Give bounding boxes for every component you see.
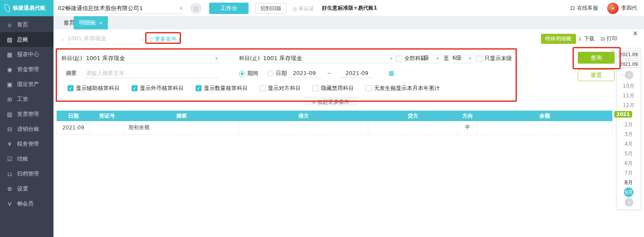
receipt-icon: ▧ bbox=[6, 111, 13, 118]
month-item-6月[interactable]: 6月 bbox=[617, 158, 640, 168]
month-item-4月[interactable]: 4月 bbox=[617, 139, 640, 149]
month-item-9月[interactable]: 9月 bbox=[617, 187, 640, 197]
month-item-2月[interactable]: 2月 bbox=[617, 120, 640, 129]
more-conditions-link[interactable]: ▽ 更多条件 ∧ bbox=[149, 36, 182, 43]
chevron-down-icon: ∨ bbox=[215, 55, 218, 61]
building-icon: ▣ bbox=[6, 81, 13, 88]
sidebar-item-report-center[interactable]: ▦报表中心 bbox=[0, 47, 53, 62]
filter-checkbox[interactable]: ✓显示外币核算科目 bbox=[132, 85, 184, 92]
query-button[interactable]: 查询 bbox=[578, 52, 615, 64]
summary-input[interactable] bbox=[85, 68, 219, 78]
checkbox-icon bbox=[366, 85, 372, 91]
month-label: 8月 bbox=[624, 179, 633, 187]
sidebar-item-home[interactable]: ⌂首页 bbox=[0, 17, 53, 32]
filter-checkbox-label: 无发生额显示本月本年累计 bbox=[374, 85, 440, 92]
month-item-10月[interactable]: 10月 bbox=[617, 81, 640, 91]
picker-period-to[interactable]: 2021.09 bbox=[619, 61, 639, 68]
month-label: 11月 bbox=[623, 92, 634, 100]
filter-checkbox-label: 显示辅助核算科目 bbox=[76, 85, 120, 92]
user-menu[interactable]: ★ 李四代 bbox=[607, 3, 637, 14]
month-item-3月[interactable]: 3月 bbox=[617, 129, 640, 139]
level-to-select[interactable]: 6级 ∨ bbox=[452, 54, 473, 63]
checkbox-checked-icon: ✓ bbox=[132, 85, 138, 91]
level-from-select[interactable]: 1级 ∨ bbox=[419, 54, 440, 63]
period-radio[interactable]: 期间 bbox=[239, 70, 258, 77]
sidebar-item-general-ledger[interactable]: ▤总账 bbox=[0, 32, 53, 47]
subject-from-value: 1001 库存现金 bbox=[86, 54, 125, 62]
sidebar-item-purchase-sales[interactable]: ⊟进销台账 bbox=[0, 122, 53, 136]
date-radio[interactable]: 日期 bbox=[267, 70, 287, 77]
report-icon: ▦ bbox=[6, 51, 13, 58]
panel-collapse-icon[interactable]: » bbox=[611, 48, 615, 54]
tab-close-icon[interactable]: × bbox=[99, 20, 103, 26]
year-badge: 2021 bbox=[614, 111, 632, 118]
month-item-8月[interactable]: 8月 bbox=[617, 178, 640, 187]
sidebar-item-tax[interactable]: ¥税务管理 bbox=[0, 136, 53, 151]
next-subject-arrow[interactable]: › bbox=[139, 36, 146, 43]
date-range-tilde: ~ bbox=[327, 70, 331, 76]
download-link[interactable]: ⇩ 下载 bbox=[578, 35, 594, 43]
sidebar-item-invoice[interactable]: ▧发票管理 bbox=[0, 107, 53, 122]
month-item-7月[interactable]: 7月 bbox=[617, 168, 640, 178]
filter-checkbox[interactable]: 隐藏禁用科目 bbox=[313, 85, 354, 92]
subject-from-select[interactable]: 1001 库存现金 ∨ bbox=[85, 54, 219, 63]
subject-to-select[interactable]: 1001 库存现金 ∨ bbox=[262, 54, 394, 63]
sidebar-item-archive[interactable]: ⊔归档管理 bbox=[0, 166, 53, 181]
online-service-link[interactable]: Ω 在线客服 bbox=[570, 4, 598, 12]
sidebar-item-settings[interactable]: ⚙设置 bbox=[0, 181, 53, 196]
sidebar-item-label: 固定资产 bbox=[17, 81, 39, 88]
reset-button[interactable]: 重置 bbox=[578, 69, 615, 81]
scroll-up-icon[interactable]: ∧ bbox=[625, 71, 633, 79]
collapse-label: 收起更多条件 bbox=[317, 98, 349, 106]
month-picker-panel: 2021.09 2021.09 ∧ 10月11月12月1月20212月3月4月5… bbox=[616, 48, 641, 210]
sidebar-item-payroll[interactable]: ⊞工资 bbox=[0, 92, 53, 107]
workbench-button[interactable]: 工作台 bbox=[209, 3, 249, 14]
scroll-down-icon[interactable]: ∨ bbox=[625, 198, 633, 207]
company-select[interactable]: 02畅捷通信息技术股份有限公司1 ∨ bbox=[58, 3, 183, 14]
checkbox-checked-icon: ✓ bbox=[196, 85, 202, 91]
special-ledger-button[interactable]: 特殊明细账 bbox=[541, 34, 576, 44]
filter-checkbox[interactable]: 无发生额显示本月本年累计 bbox=[366, 85, 440, 92]
filter-checkbox[interactable]: 显示对方科目 bbox=[260, 85, 301, 92]
sidebar-menu: ⌂首页▤总账▦报表中心◉资金管理▣固定资产⊞工资▧发票管理⊟进销台账¥税务管理☑… bbox=[0, 16, 53, 211]
download-label: 下载 bbox=[584, 35, 594, 43]
filter-row-checkboxes: ✓显示辅助核算科目✓显示外币核算科目✓显示数量核算科目显示对方科目隐藏禁用科目无… bbox=[56, 84, 516, 93]
date-radio-label: 日期 bbox=[276, 70, 287, 77]
table-header-row: 日期凭证号摘要借方贷方方向余额 bbox=[57, 111, 612, 121]
month-item-12月[interactable]: 12月 bbox=[617, 101, 640, 110]
table-cell: 平 bbox=[458, 121, 477, 134]
month-label: 6月 bbox=[624, 160, 633, 167]
prev-subject-arrow[interactable]: ‹ bbox=[60, 36, 66, 43]
period-from-input[interactable]: 2021-09 bbox=[288, 68, 321, 78]
table-row[interactable]: 2021-09期初余额平 bbox=[57, 121, 612, 134]
column-header: 摘要 bbox=[124, 111, 239, 121]
only-last-level-checkbox[interactable]: 只显示末级 bbox=[476, 55, 512, 62]
sidebar-item-fixed-assets[interactable]: ▣固定资产 bbox=[0, 77, 53, 92]
app-logo[interactable]: 畅捷通易代账 bbox=[0, 0, 53, 16]
filter-checkbox[interactable]: ✓显示数量核算科目 bbox=[196, 85, 248, 92]
filter-checkbox-label: 显示数量核算科目 bbox=[204, 85, 248, 92]
collapse-more-conditions-button[interactable]: ∧ 收起更多条件 bbox=[304, 97, 357, 106]
switch-old-version-button[interactable]: 切到旧版 bbox=[255, 3, 287, 14]
filter-checkbox-label: 显示对方科目 bbox=[268, 85, 301, 92]
subject-from-label: 科目(起) bbox=[61, 55, 82, 62]
month-item-5月[interactable]: 5月 bbox=[617, 149, 640, 158]
calculator-icon: ⊞ bbox=[6, 96, 13, 103]
month-item-11月[interactable]: 11月 bbox=[617, 91, 640, 101]
close-icon[interactable]: × bbox=[631, 29, 639, 37]
sidebar-item-funds[interactable]: ◉资金管理 bbox=[0, 62, 53, 77]
current-subject: 1001 库存现金 bbox=[66, 35, 139, 44]
print-link[interactable]: ⊟ 打印 bbox=[601, 35, 617, 43]
sidebar-item-member[interactable]: V畅会员 bbox=[0, 196, 53, 211]
period-to-input[interactable]: 2021-09 bbox=[340, 68, 374, 78]
month-item-1月[interactable]: 1月2021 bbox=[617, 110, 640, 120]
subject-to-value: 1001 库存现金 bbox=[263, 54, 302, 62]
picker-period-from[interactable]: 2021.09 bbox=[619, 51, 639, 58]
radio-icon bbox=[239, 71, 245, 77]
sidebar-item-closing[interactable]: ☑结账 bbox=[0, 151, 53, 166]
filter-checkbox[interactable]: ✓显示辅助核算科目 bbox=[68, 85, 120, 92]
tab-detail-ledger[interactable]: 明细账 × bbox=[74, 16, 108, 29]
clipboard-icon[interactable]: ▤ bbox=[190, 3, 202, 14]
calendar-icon[interactable]: ▦ bbox=[388, 69, 394, 76]
more-conditions-label: 更多条件 bbox=[155, 36, 177, 43]
